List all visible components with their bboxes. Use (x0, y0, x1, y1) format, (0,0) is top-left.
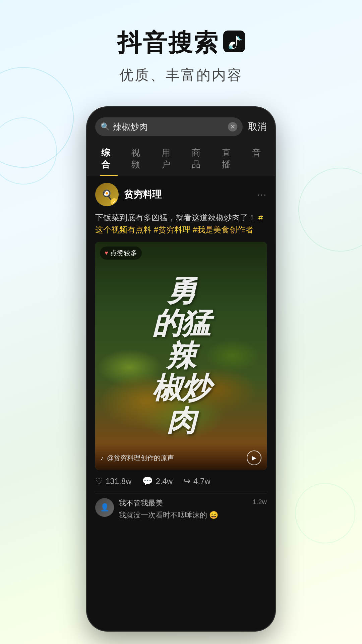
comment-stat-icon: 💬 (142, 476, 153, 486)
comments-stat[interactable]: 💬 2.4w (142, 476, 173, 486)
video-image: ♥ 点赞较多 勇的猛辣椒炒肉 ♪ @贫穷料理创作的原声 (95, 242, 267, 470)
hashtag-3[interactable]: #我是美食创作者 (193, 225, 253, 234)
user-card: 🍳 ✓ 贫穷料理 ··· (95, 183, 267, 206)
phone-inner: 🔍 辣椒炒肉 ✕ 取消 综合 视频 用户 商品 直播 音 (87, 107, 275, 631)
stats-row: ♡ 131.8w 💬 2.4w ↪ 4.7w (95, 476, 267, 486)
shares-count: 4.7w (193, 477, 210, 486)
search-query-text: 辣椒炒肉 (113, 121, 225, 133)
user-avatar: 🍳 ✓ (95, 183, 119, 206)
tiktok-watermark-icon: ♪ (101, 454, 104, 462)
search-cancel-button[interactable]: 取消 (248, 120, 267, 133)
shares-stat[interactable]: ↪ 4.7w (183, 476, 210, 486)
video-thumbnail[interactable]: ♥ 点赞较多 勇的猛辣椒炒肉 ♪ @贫穷料理创作的原声 (95, 242, 267, 470)
post-description: 下饭菜到底有多凶猛，就看这道辣椒炒肉了！ #这个视频有点料 #贫穷料理 #我是美… (95, 212, 267, 236)
svg-rect-0 (223, 31, 245, 52)
tab-comprehensive[interactable]: 综合 (94, 142, 124, 176)
post-desc-text: 下饭菜到底有多凶猛，就看这道辣椒炒肉了！ (95, 213, 256, 222)
bg-circle-4 (295, 483, 355, 543)
username[interactable]: 贫穷料理 (124, 188, 252, 201)
header-title-row: 抖音搜索 (0, 27, 362, 59)
tab-product[interactable]: 商品 (184, 142, 215, 176)
comment-avatar: 👤 (95, 498, 114, 517)
bg-circle-3 (298, 168, 362, 252)
share-stat-icon: ↪ (183, 476, 191, 486)
calligraphy-title: 勇的猛辣椒炒肉 (152, 275, 210, 437)
comments-count: 2.4w (156, 477, 173, 486)
likes-count: 131.8w (106, 477, 131, 486)
tab-user[interactable]: 用户 (154, 142, 184, 176)
likes-stat[interactable]: ♡ 131.8w (95, 476, 131, 486)
heart-stat-icon: ♡ (95, 476, 103, 486)
svg-point-1 (229, 45, 233, 49)
tiktok-logo-icon (223, 31, 245, 56)
phone-mockup-container: 🔍 辣椒炒肉 ✕ 取消 综合 视频 用户 商品 直播 音 (87, 107, 275, 631)
search-input-wrap[interactable]: 🔍 辣椒炒肉 ✕ (95, 117, 243, 136)
page-title: 抖音搜索 (117, 27, 219, 59)
page-subtitle: 优质、丰富的内容 (0, 66, 362, 85)
phone-mockup: 🔍 辣椒炒肉 ✕ 取消 综合 视频 用户 商品 直播 音 (87, 107, 275, 631)
tab-live[interactable]: 直播 (215, 142, 245, 176)
page-header: 抖音搜索 优质、丰富的内容 (0, 0, 362, 98)
search-bar-area: 🔍 辣椒炒肉 ✕ 取消 (87, 107, 275, 142)
search-icon: 🔍 (101, 122, 110, 131)
comment-text: 我就没一次看时不咽唾沫的 😄 (119, 510, 248, 521)
play-button[interactable]: ▶ (247, 450, 261, 465)
tabs-row: 综合 视频 用户 商品 直播 音 (87, 142, 275, 176)
search-clear-button[interactable]: ✕ (228, 122, 237, 131)
hashtag-2[interactable]: #贫穷料理 (154, 225, 193, 234)
comment-likes[interactable]: 1.2w (253, 498, 267, 506)
content-area: 🍳 ✓ 贫穷料理 ··· 下饭菜到底有多凶猛，就看这道辣椒炒肉了！ #这个视频有… (87, 176, 275, 527)
verified-badge: ✓ (111, 198, 118, 206)
comment-preview: 👤 我不管我最美 我就没一次看时不咽唾沫的 😄 1.2w (95, 493, 267, 521)
video-bottom-bar: ♪ @贫穷料理创作的原声 ▶ (95, 444, 267, 470)
video-overlay-text: 勇的猛辣椒炒肉 (95, 242, 267, 470)
more-options-button[interactable]: ··· (257, 189, 267, 200)
comment-content: 我不管我最美 我就没一次看时不咽唾沫的 😄 (119, 498, 248, 521)
comment-username[interactable]: 我不管我最美 (119, 498, 248, 508)
tab-sound[interactable]: 音 (245, 142, 268, 176)
video-source-text: @贫穷料理创作的原声 (107, 453, 243, 463)
tab-video[interactable]: 视频 (124, 142, 154, 176)
